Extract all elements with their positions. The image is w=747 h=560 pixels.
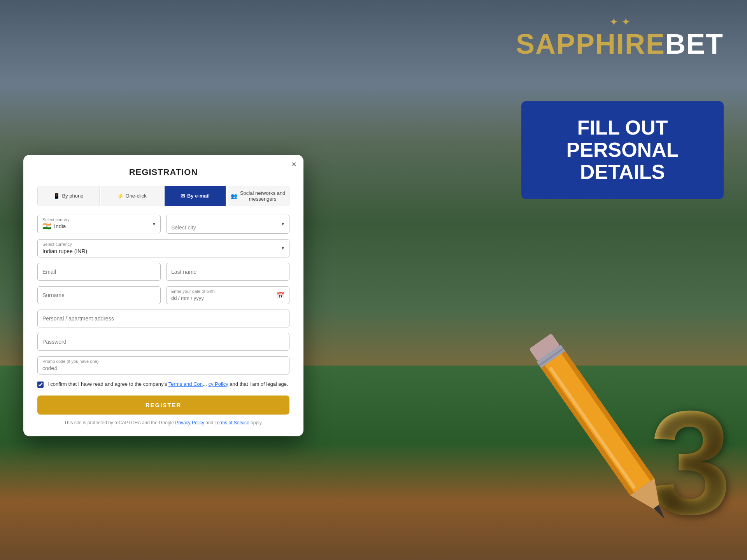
tab-by-email[interactable]: ✉ By e-mail: [165, 186, 226, 206]
people-icon: 👥: [231, 193, 237, 199]
calendar-icon: 📅: [277, 291, 284, 299]
country-city-row: Select country 🇮🇳 India ▼ Select city: [37, 215, 289, 234]
terms-text: I confirm that I have read and agree to …: [47, 381, 288, 388]
promo-label: Promo code (if you have one): [42, 359, 98, 364]
tab-one-click[interactable]: ⚡ One-click: [101, 186, 163, 206]
tab-social-label: Social networks and messengers: [239, 190, 286, 202]
surname-input[interactable]: [37, 286, 161, 304]
privacy-link[interactable]: cy Policy: [208, 381, 228, 387]
phone-icon: 📱: [53, 193, 60, 199]
country-select[interactable]: India: [54, 223, 156, 229]
currency-select[interactable]: Indian rupee (INR): [42, 247, 284, 254]
bolt-icon: ⚡: [117, 193, 124, 199]
tab-oneclick-label: One-click: [126, 193, 147, 199]
tab-by-phone[interactable]: 📱 By phone: [38, 186, 100, 206]
promo-row: Promo code (if you have one): [37, 356, 289, 374]
terms-checkbox[interactable]: [37, 382, 44, 388]
dob-label: Enter your date of birth: [171, 289, 215, 294]
currency-group: Select currency Indian rupee (INR) ▼: [37, 239, 289, 257]
close-button[interactable]: ×: [291, 160, 296, 169]
address-input[interactable]: [37, 310, 289, 327]
surname-group: [37, 286, 161, 304]
last-name-input[interactable]: [166, 263, 289, 281]
register-button[interactable]: REGISTER: [37, 396, 289, 415]
address-group: [37, 310, 289, 327]
country-group: Select country 🇮🇳 India ▼: [37, 215, 161, 234]
email-lastname-row: [37, 263, 289, 281]
footer-terms-link[interactable]: Terms of Service: [214, 420, 249, 425]
modal-footer: This site is protected by reCAPTCHA and …: [37, 420, 289, 425]
password-input[interactable]: [37, 333, 289, 351]
modal-title: REGISTRATION: [37, 167, 289, 177]
tab-phone-label: By phone: [62, 193, 83, 199]
dob-group: Enter your date of birth 📅: [166, 286, 289, 304]
terms-link[interactable]: Terms and Con: [168, 381, 203, 387]
email-group: [37, 263, 161, 281]
terms-row: I confirm that I have read and agree to …: [37, 381, 289, 388]
address-row: [37, 310, 289, 327]
surname-dob-row: Enter your date of birth 📅: [37, 286, 289, 304]
currency-row: Select currency Indian rupee (INR) ▼: [37, 239, 289, 257]
modal-overlay: × REGISTRATION 📱 By phone ⚡ One-click ✉ …: [0, 0, 747, 560]
email-icon: ✉: [181, 193, 185, 199]
promo-group: Promo code (if you have one): [37, 356, 289, 374]
country-select-wrapper: Select country 🇮🇳 India ▼: [37, 215, 161, 233]
registration-tabs: 📱 By phone ⚡ One-click ✉ By e-mail 👥 Soc…: [37, 186, 289, 206]
email-input[interactable]: [37, 263, 161, 281]
tab-social[interactable]: 👥 Social networks and messengers: [228, 186, 289, 206]
country-label: Select country: [42, 217, 70, 222]
currency-label: Select currency: [42, 242, 72, 247]
registration-modal: × REGISTRATION 📱 By phone ⚡ One-click ✉ …: [23, 155, 303, 436]
city-select[interactable]: Select city: [171, 222, 284, 231]
password-group: [37, 333, 289, 351]
tab-email-label: By e-mail: [187, 193, 210, 199]
dob-input[interactable]: [171, 294, 284, 301]
city-select-wrapper: Select city ▼: [166, 215, 289, 234]
dob-wrapper: Enter your date of birth 📅: [166, 286, 289, 304]
lastname-group: [166, 263, 289, 281]
city-group: Select city ▼: [166, 215, 289, 234]
promo-input[interactable]: [42, 364, 284, 371]
promo-wrapper: Promo code (if you have one): [37, 356, 289, 374]
india-flag-icon: 🇮🇳: [42, 222, 51, 231]
currency-select-wrapper: Select currency Indian rupee (INR) ▼: [37, 239, 289, 257]
password-row: [37, 333, 289, 351]
footer-privacy-link[interactable]: Privacy Policy: [175, 420, 204, 425]
